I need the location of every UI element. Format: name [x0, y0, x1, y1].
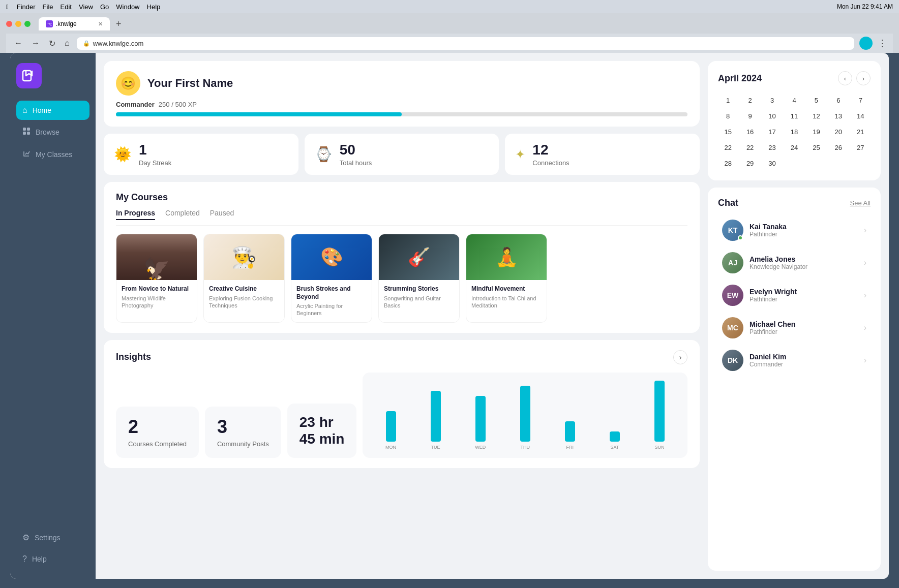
course-card-5[interactable]: 🧘 Mindful Movement Introduction to Tai C… — [466, 234, 547, 323]
insight-posts-label: Community Posts — [217, 440, 269, 448]
minimize-button[interactable] — [15, 21, 21, 27]
menu-go[interactable]: Go — [100, 3, 109, 11]
course-sub-1: Mastering Wildlife Photography — [122, 295, 192, 310]
chart-bar-sat: SAT — [595, 431, 635, 450]
menu-file[interactable]: File — [43, 3, 53, 11]
browser-menu-icon[interactable]: ⋮ — [878, 38, 887, 49]
see-all-link[interactable]: See All — [850, 199, 871, 207]
svg-rect-2 — [27, 128, 30, 131]
stat-card-connections: ✦ 12 Connections — [505, 134, 700, 175]
cal-day-empty2 — [806, 157, 826, 170]
chat-item-michael[interactable]: MC Michael Chen Pathfinder › — [718, 313, 871, 343]
chat-item-daniel[interactable]: DK Daniel Kim Commander › — [718, 346, 871, 375]
chat-info-kai: Kai Tanaka Pathfinder — [750, 223, 858, 238]
chart-bar-fri: FRI — [550, 421, 590, 450]
profile-name: Your First Name — [147, 77, 233, 90]
connections-number: 12 — [532, 142, 569, 158]
chat-info-daniel: Daniel Kim Commander — [750, 353, 858, 368]
fullscreen-button[interactable] — [24, 21, 31, 27]
bar-label-tue: TUE — [431, 445, 440, 450]
back-button[interactable]: ← — [12, 38, 24, 49]
tab-paused[interactable]: Paused — [210, 209, 234, 220]
tab-completed[interactable]: Completed — [165, 209, 200, 220]
avatar-daniel-initials: DK — [728, 356, 738, 364]
avatar-michael-initials: MC — [727, 324, 738, 332]
menu-finder[interactable]: Finder — [17, 3, 36, 11]
chat-role-kai: Pathfinder — [750, 231, 858, 238]
cal-day-8: 8 — [718, 109, 738, 123]
browse-icon — [22, 127, 31, 137]
cal-day-24: 24 — [784, 141, 804, 154]
app-window: ⌂ Home Browse — [10, 53, 889, 579]
menu-edit[interactable]: Edit — [61, 3, 72, 11]
browser-chrome: ⌥ .knwlge ✕ + ← → ↻ ⌂ 🔒 www.knwlge.com ⋮ — [0, 13, 899, 53]
chat-name-kai: Kai Tanaka — [750, 223, 858, 231]
courses-title: My Courses — [116, 192, 687, 203]
course-card-2[interactable]: 👨‍🍳 Creative Cuisine Exploring Fusion Co… — [203, 234, 285, 323]
chat-item-kai[interactable]: KT Kai Tanaka Pathfinder › — [718, 215, 871, 245]
menu-window[interactable]: Window — [116, 3, 139, 11]
cal-day-7: 7 — [851, 94, 871, 107]
hours-icon: ⌚ — [315, 146, 333, 163]
bar-label-fri: FRI — [566, 445, 574, 450]
tab-close-button[interactable]: ✕ — [98, 21, 103, 27]
home-button[interactable]: ⌂ — [63, 38, 72, 49]
sidebar-item-help[interactable]: ? Help — [16, 549, 89, 569]
bar-label-sun: SUN — [654, 445, 664, 450]
cal-day-5: 5 — [806, 94, 826, 107]
menubar-datetime: Mon Jun 22 9:41 AM — [837, 3, 893, 10]
cal-day-30: 30 — [762, 157, 782, 170]
kai-online-dot — [738, 235, 743, 240]
course-name-4: Strumming Stories — [384, 285, 454, 293]
bar-mon — [386, 411, 396, 442]
browser-user-avatar[interactable] — [859, 37, 873, 50]
sidebar-item-help-label: Help — [32, 555, 47, 563]
xp-fill — [116, 112, 402, 116]
forward-button[interactable]: → — [29, 38, 42, 49]
tab-favicon: ⌥ — [46, 20, 53, 27]
avatar-kai-initials: KT — [728, 226, 738, 234]
profile-emoji: 😊 — [121, 76, 136, 90]
cal-day-14: 14 — [851, 109, 871, 123]
tab-in-progress[interactable]: In Progress — [116, 209, 155, 220]
cal-day-6: 6 — [828, 94, 848, 107]
sidebar-item-classes[interactable]: My Classes — [16, 144, 89, 165]
sidebar-item-browse[interactable]: Browse — [16, 122, 89, 142]
sidebar-item-settings[interactable]: ⚙ Settings — [16, 528, 89, 547]
cal-day-2: 2 — [740, 94, 760, 107]
sidebar-item-home[interactable]: ⌂ Home — [16, 101, 89, 120]
chart-bar-thu: THU — [505, 386, 545, 450]
sidebar-item-settings-label: Settings — [35, 534, 61, 542]
course-name-3: Brush Strokes and Beyond — [296, 285, 367, 301]
browser-tab-active[interactable]: ⌥ .knwlge ✕ — [39, 17, 110, 30]
course-thumb-3: 🎨 — [291, 234, 372, 280]
menu-view[interactable]: View — [79, 3, 93, 11]
cal-day-25: 25 — [806, 141, 826, 154]
insights-header: Insights › — [116, 350, 687, 364]
course-card-1[interactable]: 🦅 From Novice to Natural Mastering Wildl… — [116, 234, 197, 323]
new-tab-button[interactable]: + — [114, 19, 124, 29]
chat-item-amelia[interactable]: AJ Amelia Jones Knowledge Navigator › — [718, 248, 871, 277]
course-info-5: Mindful Movement Introduction to Tai Chi… — [466, 280, 547, 314]
course-info-1: From Novice to Natural Mastering Wildlif… — [116, 280, 197, 314]
chart-bar-wed: WED — [461, 396, 500, 450]
calendar-next-button[interactable]: › — [856, 71, 871, 85]
course-card-4[interactable]: 🎸 Strumming Stories Songwriting and Guit… — [378, 234, 460, 323]
profile-xp: 250 / 500 XP — [159, 101, 197, 108]
stat-connections-info: 12 Connections — [532, 142, 569, 167]
apple-menu[interactable]:  — [6, 3, 9, 11]
chat-item-evelyn[interactable]: EW Evelyn Wright Pathfinder › — [718, 281, 871, 310]
course-card-3[interactable]: 🎨 Brush Strokes and Beyond Acrylic Paint… — [291, 234, 372, 323]
refresh-button[interactable]: ↻ — [47, 38, 57, 49]
course-thumb-5: 🧘 — [466, 234, 547, 280]
insights-nav-button[interactable]: › — [673, 350, 687, 364]
menu-help[interactable]: Help — [147, 3, 161, 11]
cal-day-1: 1 — [718, 94, 738, 107]
bar-tue — [431, 391, 441, 442]
insight-courses-label: Courses Completed — [128, 440, 187, 448]
sidebar-nav: ⌂ Home Browse — [16, 101, 89, 165]
close-button[interactable] — [6, 21, 12, 27]
calendar-prev-button[interactable]: ‹ — [838, 71, 852, 85]
sidebar-logo[interactable] — [16, 63, 42, 88]
url-bar[interactable]: 🔒 www.knwlge.com — [77, 37, 854, 50]
